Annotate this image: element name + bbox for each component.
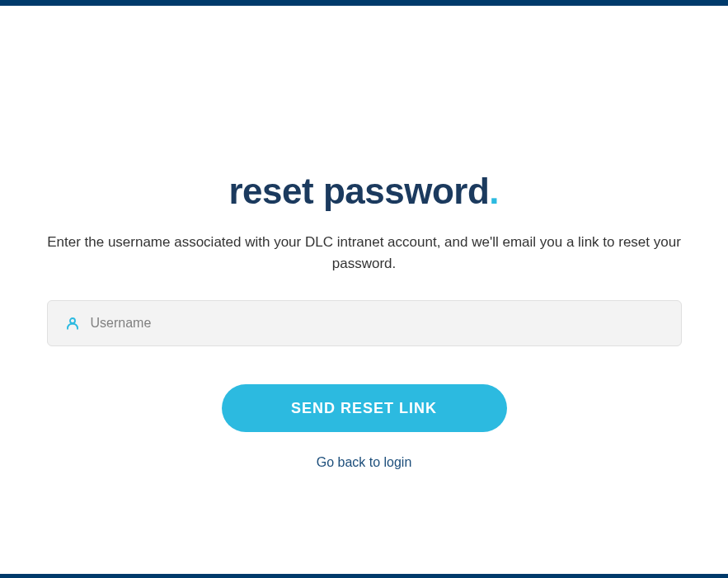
page-subtitle: Enter the username associated with your … bbox=[45, 232, 683, 274]
username-input[interactable] bbox=[47, 300, 682, 346]
reset-password-container: reset password. Enter the username assoc… bbox=[0, 6, 728, 470]
username-input-wrapper bbox=[47, 300, 682, 346]
page-title-wrapper: reset password. bbox=[228, 171, 499, 212]
page-title: reset password bbox=[228, 171, 489, 211]
send-reset-link-button[interactable]: SEND RESET LINK bbox=[222, 384, 507, 432]
back-to-login-link[interactable]: Go back to login bbox=[317, 455, 412, 470]
page-title-dot: . bbox=[489, 171, 499, 211]
